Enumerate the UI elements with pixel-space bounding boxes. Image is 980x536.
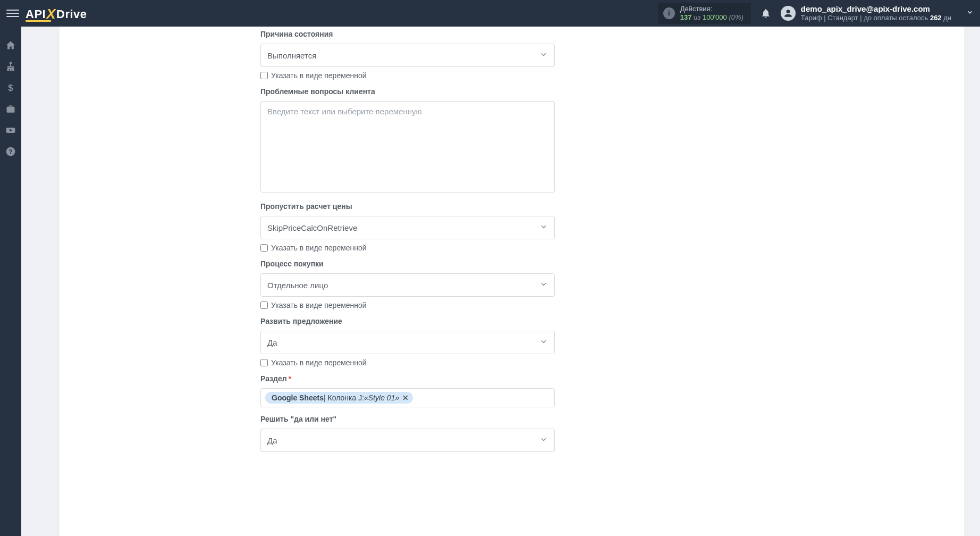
checkbox-label: Указать в виде переменной	[271, 244, 367, 252]
sidebar-item-videos[interactable]	[5, 124, 16, 136]
field-section: Раздел* Google Sheets | Колонка J: «Styl…	[260, 374, 555, 407]
field-purchase-process: Процесс покупки Отдельное лицо Указать в…	[260, 259, 555, 309]
tag-column: «Style 01»	[364, 393, 399, 402]
chevron-down-icon	[539, 280, 548, 290]
select-value: Да	[267, 338, 277, 347]
logo-part-x: X	[46, 6, 56, 22]
select-develop-proposal[interactable]: Да	[260, 331, 555, 354]
checkbox-as-variable[interactable]: Указать в виде переменной	[260, 358, 555, 367]
chevron-down-icon	[539, 436, 548, 446]
svg-rect-1	[7, 69, 9, 70]
sidebar-item-home[interactable]	[5, 39, 16, 51]
select-state-reason[interactable]: Выполняется	[260, 44, 555, 67]
chevron-down-icon	[539, 338, 548, 348]
checkbox-label: Указать в виде переменной	[271, 71, 367, 80]
field-label: Раздел*	[260, 374, 555, 383]
field-skip-price-calc: Пропустить расчет цены SkipPriceCalcOnRe…	[260, 202, 555, 252]
select-value: Отдельное лицо	[267, 281, 328, 290]
checkbox-as-variable[interactable]: Указать в виде переменной	[260, 244, 555, 252]
select-value: Выполняется	[267, 51, 316, 60]
sidebar-item-connections[interactable]	[5, 61, 16, 72]
field-client-issues: Проблемные вопросы клиента	[260, 87, 555, 195]
field-label: Пропустить расчет цены	[260, 202, 555, 211]
field-decide-yes-no: Решить "да или нет" Да	[260, 415, 555, 452]
sidebar-item-work[interactable]	[5, 103, 16, 115]
page-body: Причина состояния Выполняется Указать в …	[21, 27, 980, 536]
field-label: Решить "да или нет"	[260, 415, 555, 423]
checkbox-as-variable[interactable]: Указать в виде переменной	[260, 71, 555, 80]
chevron-down-icon	[966, 9, 974, 18]
svg-rect-2	[10, 69, 11, 70]
select-value: Да	[267, 436, 277, 445]
checkbox-label: Указать в виде переменной	[271, 358, 367, 367]
svg-text:?: ?	[9, 148, 12, 155]
user-email: demo_apix_drive@apix-drive.com	[801, 4, 951, 14]
sidebar-item-billing[interactable]: $	[5, 82, 16, 94]
form-panel: Причина состояния Выполняется Указать в …	[60, 27, 964, 536]
sidebar-item-help[interactable]: ?	[5, 146, 16, 157]
select-decide-yes-no[interactable]: Да	[260, 429, 555, 452]
checkbox-input[interactable]	[260, 302, 268, 309]
tag-remove-button[interactable]: ✕	[402, 393, 409, 402]
sidebar: $ ?	[0, 27, 21, 536]
logo-underline	[26, 20, 51, 22]
actions-values: 137 из 100'000 (0%)	[680, 13, 744, 22]
select-purchase-process[interactable]: Отдельное лицо	[260, 273, 555, 297]
tag-input-section[interactable]: Google Sheets | Колонка J: «Style 01» ✕	[260, 388, 555, 407]
logo-part-api: API	[26, 7, 46, 21]
select-value: SkipPriceCalcOnRetrieve	[267, 223, 357, 232]
tag-source: Google Sheets	[272, 393, 324, 402]
svg-rect-0	[10, 62, 11, 64]
chevron-down-icon	[539, 223, 548, 233]
avatar-icon	[781, 6, 796, 21]
info-icon: i	[663, 7, 675, 19]
field-state-reason: Причина состояния Выполняется Указать в …	[260, 30, 555, 80]
field-label: Проблемные вопросы клиента	[260, 87, 555, 96]
svg-text:$: $	[8, 83, 13, 93]
logo-part-drive: Drive	[56, 7, 87, 21]
user-profile-menu[interactable]: demo_apix_drive@apix-drive.com Тариф | С…	[781, 4, 974, 23]
actions-label: Действия:	[680, 5, 744, 13]
chevron-down-icon	[539, 51, 548, 61]
textarea-client-issues[interactable]	[260, 101, 555, 192]
field-label: Развить предложение	[260, 317, 555, 325]
header: API X Drive i Действия: 137 из 100'000 (…	[0, 0, 980, 27]
logo[interactable]: API X Drive	[26, 5, 87, 22]
user-plan: Тариф | Стандарт | до оплаты осталось 26…	[801, 14, 951, 22]
checkbox-as-variable[interactable]: Указать в виде переменной	[260, 301, 555, 309]
menu-toggle-button[interactable]	[6, 7, 19, 20]
field-develop-proposal: Развить предложение Да Указать в виде пе…	[260, 317, 555, 367]
checkbox-input[interactable]	[260, 244, 268, 252]
checkbox-input[interactable]	[260, 359, 268, 366]
field-label: Процесс покупки	[260, 259, 555, 268]
required-indicator: *	[289, 374, 291, 383]
actions-counter[interactable]: i Действия: 137 из 100'000 (0%)	[658, 3, 751, 23]
tag-separator: | Колонка J:	[324, 393, 364, 402]
checkbox-input[interactable]	[260, 72, 268, 79]
variable-tag: Google Sheets | Колонка J: «Style 01» ✕	[265, 392, 413, 404]
checkbox-label: Указать в виде переменной	[271, 301, 367, 309]
svg-rect-3	[12, 69, 14, 70]
select-skip-price-calc[interactable]: SkipPriceCalcOnRetrieve	[260, 216, 555, 239]
notifications-button[interactable]	[761, 8, 771, 19]
field-label: Причина состояния	[260, 30, 555, 38]
